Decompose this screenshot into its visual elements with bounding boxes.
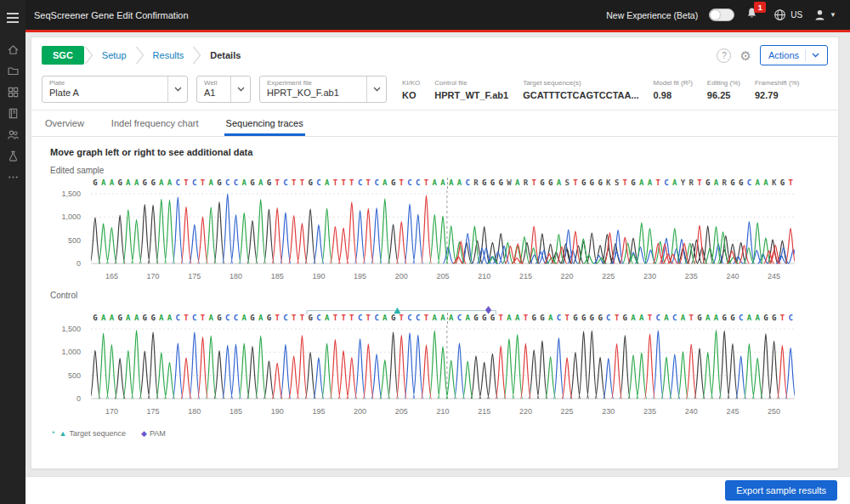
toggle-knob <box>711 10 720 20</box>
base-letter: R <box>521 178 530 188</box>
base-letter: G <box>580 178 588 188</box>
x-axis-label: 230 <box>643 272 656 280</box>
base-letter: C <box>224 178 232 188</box>
base-letter: A <box>133 178 141 188</box>
select-value: Plate A <box>49 88 162 98</box>
chart-area[interactable]: GAAGAAGGAACTCTAGCCAGAGTCTTGCATTTCTCAGTCC… <box>91 303 795 417</box>
new-experience-toggle[interactable] <box>709 8 734 21</box>
tab-indel-frequency-chart[interactable]: Indel frequency chart <box>110 110 201 136</box>
tab-overview[interactable]: Overview <box>43 110 86 136</box>
base-letter: A <box>513 313 522 323</box>
user-menu[interactable]: ▼ <box>813 8 836 21</box>
notebook-icon[interactable] <box>0 103 26 124</box>
base-letter: R <box>720 178 728 188</box>
plate-select[interactable]: PlatePlate A <box>42 76 188 103</box>
base-letter: A <box>240 178 248 188</box>
base-letter: T <box>182 313 190 323</box>
base-letter: G <box>728 178 737 188</box>
stat-value: HPRT_WT_F.ab1 <box>434 90 508 100</box>
base-letter: A <box>257 313 265 323</box>
select-value: HPRT_KO_F.ab1 <box>267 88 360 98</box>
ellipsis-icon[interactable] <box>0 167 26 188</box>
base-letter: T <box>778 313 786 323</box>
users-icon[interactable] <box>0 124 26 145</box>
x-axis-label: 220 <box>519 407 532 416</box>
base-letter: G <box>488 313 496 323</box>
chevron-down-icon[interactable] <box>366 76 386 102</box>
base-letter: C <box>554 313 563 323</box>
y-axis-label: 500 <box>68 371 81 380</box>
base-letter: C <box>737 313 745 323</box>
base-letter: C <box>405 313 414 323</box>
y-axis-label: 0 <box>76 259 81 268</box>
base-letter: C <box>405 178 414 188</box>
tab-sequencing-traces[interactable]: Sequencing traces <box>224 110 305 136</box>
base-letter: A <box>447 178 456 188</box>
apps-grid-icon[interactable] <box>0 82 26 103</box>
chevron-down-icon[interactable] <box>167 76 187 102</box>
base-letter: C <box>662 178 671 188</box>
base-letter: A <box>712 178 721 188</box>
settings-gear-icon[interactable]: ⚙ <box>740 49 751 62</box>
base-letter: A <box>124 313 133 323</box>
chevron-down-icon: ▼ <box>830 11 836 19</box>
flask-icon[interactable] <box>0 145 26 167</box>
menu-icon[interactable] <box>7 10 19 25</box>
triangle-icon: ▲ <box>60 429 67 438</box>
base-letter: T <box>397 178 405 188</box>
base-letter: K <box>604 178 613 188</box>
base-letter: A <box>463 313 472 323</box>
base-letter: S <box>563 178 571 188</box>
experiment-file-select[interactable]: Experiment fileHPRT_KO_F.ab1 <box>259 76 387 103</box>
base-letter: G <box>778 178 786 188</box>
stat-label: Frameshift (%) <box>755 79 799 87</box>
trace-plot[interactable] <box>91 324 795 405</box>
base-letter: A <box>638 178 646 188</box>
x-axis-label: 245 <box>768 272 780 280</box>
select-label: Experiment file <box>267 79 360 87</box>
base-letter: G <box>91 178 99 188</box>
x-axis-label: 250 <box>768 407 780 416</box>
breadcrumb: SGCSetupResultsDetails <box>42 44 249 66</box>
x-axis-label: 175 <box>147 407 160 416</box>
base-letter: K <box>770 178 779 188</box>
stat-control-file: Control fileHPRT_WT_F.ab1 <box>434 79 508 100</box>
base-letter: G <box>140 313 149 323</box>
folder-icon[interactable] <box>0 60 26 82</box>
topbar: SeqScreener Gene Edit Confirmation New E… <box>26 0 850 30</box>
x-axis-label: 210 <box>436 407 449 416</box>
base-letter: A <box>745 313 753 323</box>
stat-value: 96.25 <box>707 90 740 100</box>
base-letter: G <box>538 313 547 323</box>
base-letter: C <box>604 313 613 323</box>
help-icon[interactable]: ? <box>717 48 731 63</box>
base-letter: G <box>620 313 629 323</box>
x-axis-label: 235 <box>643 407 656 416</box>
base-letter: A <box>166 313 174 323</box>
locale-button[interactable]: US <box>774 8 802 21</box>
x-axis-label: 195 <box>354 272 366 280</box>
breadcrumb-step-setup[interactable]: Setup <box>94 50 135 60</box>
base-letter: C <box>372 178 381 188</box>
breadcrumb-step-sgc[interactable]: SGC <box>42 46 84 65</box>
chevron-down-icon[interactable] <box>230 76 250 102</box>
actions-button[interactable]: Actions <box>760 45 828 65</box>
sidebar <box>0 0 26 504</box>
x-axis-label: 185 <box>271 272 284 280</box>
x-axis-label: 175 <box>188 272 201 280</box>
base-letter: C <box>190 313 199 323</box>
home-icon[interactable] <box>0 39 26 60</box>
stat-editing: Editing (%)96.25 <box>707 79 740 100</box>
base-letter: T <box>298 313 306 323</box>
base-letter: A <box>439 178 447 188</box>
breadcrumb-step-results[interactable]: Results <box>144 50 193 60</box>
notifications-button[interactable]: 1 <box>745 7 758 23</box>
chart-area[interactable]: GAAGAAGGAACTCTAGCCAGAGTCTTGCATTTCTCAGTCC… <box>91 178 795 282</box>
well-select[interactable]: WellA1 <box>196 76 251 103</box>
base-letter: A <box>381 178 389 188</box>
base-letter: T <box>290 313 298 323</box>
x-axis-label: 205 <box>436 272 449 280</box>
base-letter: A <box>646 178 654 188</box>
export-button[interactable]: Export sample results <box>725 480 837 501</box>
trace-plot[interactable] <box>91 189 795 270</box>
